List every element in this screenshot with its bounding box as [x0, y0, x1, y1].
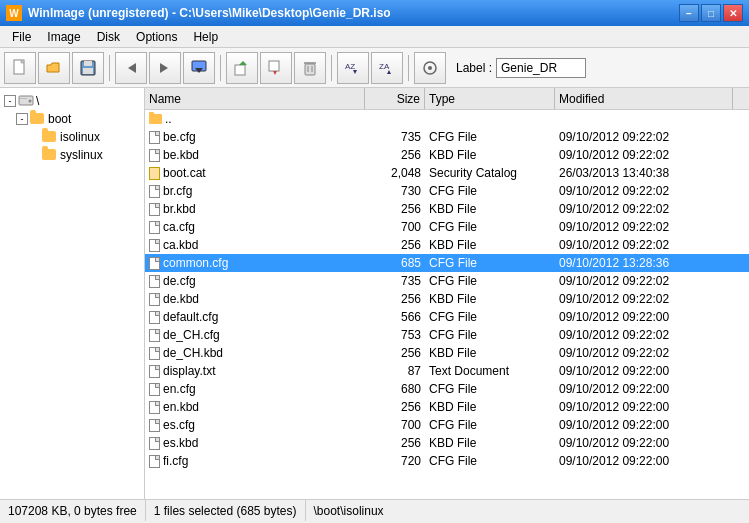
status-path: \boot\isolinux	[306, 500, 749, 521]
folder-icon-boot	[30, 111, 46, 127]
file-name: common.cfg	[145, 256, 365, 270]
file-size: 256	[365, 292, 425, 306]
maximize-button[interactable]: □	[701, 4, 721, 22]
table-row[interactable]: de.kbd 256 KBD File 09/10/2012 09:22:02	[145, 290, 749, 308]
table-row[interactable]: ca.cfg 700 CFG File 09/10/2012 09:22:02	[145, 218, 749, 236]
file-modified: 09/10/2012 09:22:00	[555, 400, 749, 414]
svg-rect-3	[84, 61, 92, 66]
col-header-size[interactable]: Size	[365, 88, 425, 109]
file-modified: 09/10/2012 13:28:36	[555, 256, 749, 270]
svg-marker-6	[160, 63, 168, 73]
main-content: - \ - boot isolinux	[0, 88, 749, 499]
inject-button[interactable]	[226, 52, 258, 84]
label-input[interactable]	[496, 58, 586, 78]
table-row[interactable]: br.cfg 730 CFG File 09/10/2012 09:22:02	[145, 182, 749, 200]
file-name: display.txt	[145, 364, 365, 378]
expand-root[interactable]: -	[4, 95, 16, 107]
path-text: \boot\isolinux	[314, 504, 384, 518]
table-row[interactable]: display.txt 87 Text Document 09/10/2012 …	[145, 362, 749, 380]
tree-panel[interactable]: - \ - boot isolinux	[0, 88, 145, 499]
forward-button[interactable]	[149, 52, 181, 84]
col-header-type[interactable]: Type	[425, 88, 555, 109]
folder-icon-syslinux	[42, 147, 58, 163]
tree-item-root[interactable]: - \	[0, 92, 144, 110]
tree-item-boot[interactable]: - boot	[0, 110, 144, 128]
file-type: CFG File	[425, 220, 555, 234]
file-list[interactable]: .. be.cfg 735 CFG File 09/10/2012 09:22:…	[145, 110, 749, 499]
file-type: CFG File	[425, 382, 555, 396]
delete-button[interactable]	[294, 52, 326, 84]
table-row[interactable]: fi.cfg 720 CFG File 09/10/2012 09:22:00	[145, 452, 749, 470]
svg-marker-10	[239, 61, 247, 65]
file-size: 256	[365, 202, 425, 216]
file-size: 735	[365, 130, 425, 144]
file-name: default.cfg	[145, 310, 365, 324]
table-row[interactable]: be.cfg 735 CFG File 09/10/2012 09:22:02	[145, 128, 749, 146]
app-icon: W	[6, 5, 22, 21]
menu-options[interactable]: Options	[128, 28, 185, 46]
menu-disk[interactable]: Disk	[89, 28, 128, 46]
table-row[interactable]: en.cfg 680 CFG File 09/10/2012 09:22:00	[145, 380, 749, 398]
table-row[interactable]: boot.cat 2,048 Security Catalog 26/03/20…	[145, 164, 749, 182]
col-header-name[interactable]: Name	[145, 88, 365, 109]
minimize-button[interactable]: −	[679, 4, 699, 22]
file-name: be.kbd	[145, 148, 365, 162]
table-row[interactable]: be.kbd 256 KBD File 09/10/2012 09:22:02	[145, 146, 749, 164]
menu-help[interactable]: Help	[185, 28, 226, 46]
file-size: 685	[365, 256, 425, 270]
file-type: CFG File	[425, 328, 555, 342]
table-row[interactable]: de_CH.cfg 753 CFG File 09/10/2012 09:22:…	[145, 326, 749, 344]
back-button[interactable]	[115, 52, 147, 84]
file-type: CFG File	[425, 454, 555, 468]
file-name: be.cfg	[145, 130, 365, 144]
file-icon	[149, 257, 160, 270]
table-row[interactable]: br.kbd 256 KBD File 09/10/2012 09:22:02	[145, 200, 749, 218]
new-button[interactable]	[4, 52, 36, 84]
table-row[interactable]: de_CH.kbd 256 KBD File 09/10/2012 09:22:…	[145, 344, 749, 362]
table-row[interactable]: ca.kbd 256 KBD File 09/10/2012 09:22:02	[145, 236, 749, 254]
table-row[interactable]: common.cfg 685 CFG File 09/10/2012 13:28…	[145, 254, 749, 272]
file-icon	[149, 365, 160, 378]
menu-image[interactable]: Image	[39, 28, 88, 46]
sort-asc-button[interactable]: AZ	[337, 52, 369, 84]
col-header-modified[interactable]: Modified	[555, 88, 733, 109]
file-name: ca.cfg	[145, 220, 365, 234]
format-button[interactable]	[414, 52, 446, 84]
menu-file[interactable]: File	[4, 28, 39, 46]
file-name: de.cfg	[145, 274, 365, 288]
file-modified: 09/10/2012 09:22:02	[555, 292, 749, 306]
open-button[interactable]	[38, 52, 70, 84]
file-size: 720	[365, 454, 425, 468]
file-size: 256	[365, 346, 425, 360]
file-icon	[149, 311, 160, 324]
selection-text: 1 files selected (685 bytes)	[154, 504, 297, 518]
file-icon	[149, 275, 160, 288]
file-size: 700	[365, 418, 425, 432]
save-button[interactable]	[72, 52, 104, 84]
table-row[interactable]: en.kbd 256 KBD File 09/10/2012 09:22:00	[145, 398, 749, 416]
label-label: Label :	[456, 61, 492, 75]
table-row[interactable]: es.cfg 700 CFG File 09/10/2012 09:22:00	[145, 416, 749, 434]
file-modified: 26/03/2013 13:40:38	[555, 166, 749, 180]
extract-button[interactable]	[260, 52, 292, 84]
file-modified: 09/10/2012 09:22:02	[555, 202, 749, 216]
file-icon	[149, 437, 160, 450]
sort-desc-button[interactable]: ZA	[371, 52, 403, 84]
up-button[interactable]	[183, 52, 215, 84]
close-button[interactable]: ✕	[723, 4, 743, 22]
tree-label-boot: boot	[48, 112, 71, 126]
table-row[interactable]: ..	[145, 110, 749, 128]
tree-label-root: \	[36, 94, 39, 108]
tree-item-syslinux[interactable]: syslinux	[0, 146, 144, 164]
table-row[interactable]: de.cfg 735 CFG File 09/10/2012 09:22:02	[145, 272, 749, 290]
file-size: 680	[365, 382, 425, 396]
file-size: 700	[365, 220, 425, 234]
status-bar: 107208 KB, 0 bytes free 1 files selected…	[0, 499, 749, 521]
tree-item-isolinux[interactable]: isolinux	[0, 128, 144, 146]
file-modified: 09/10/2012 09:22:00	[555, 454, 749, 468]
file-icon	[149, 347, 160, 360]
table-row[interactable]: es.kbd 256 KBD File 09/10/2012 09:22:00	[145, 434, 749, 452]
table-row[interactable]: default.cfg 566 CFG File 09/10/2012 09:2…	[145, 308, 749, 326]
file-modified: 09/10/2012 09:22:02	[555, 184, 749, 198]
expand-boot[interactable]: -	[16, 113, 28, 125]
